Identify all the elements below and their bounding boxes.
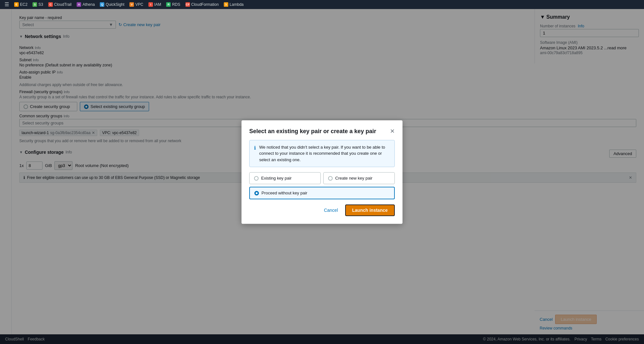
cloudformation-icon: CF: [185, 2, 190, 7]
create-keypair-option[interactable]: Create new key pair: [323, 172, 395, 184]
nav-item-s3[interactable]: S S3: [31, 2, 45, 7]
nav-label-ec2: EC2: [20, 2, 27, 7]
nav-item-iam[interactable]: I IAM: [147, 2, 163, 7]
rds-icon: R: [166, 2, 171, 7]
nav-label-cloudtrail: CloudTrail: [54, 2, 71, 7]
s3-icon: S: [33, 2, 37, 7]
modal-title: Select an existing key pair or create a …: [249, 128, 376, 135]
proceed-keypair-radio: [254, 191, 259, 195]
nav-label-cloudformation: CloudFormation: [191, 2, 219, 7]
create-keypair-radio: [328, 176, 333, 181]
create-keypair-option-label: Create new key pair: [335, 176, 373, 181]
nav-item-quicksight[interactable]: Q QuickSight: [98, 2, 126, 7]
proceed-keypair-label: Proceed without key pair: [261, 191, 307, 195]
existing-keypair-label: Existing key pair: [261, 176, 292, 181]
quicksight-icon: Q: [100, 2, 104, 7]
nav-item-rds[interactable]: R RDS: [164, 2, 182, 7]
nav-label-s3: S3: [38, 2, 43, 7]
lambda-icon: λ: [224, 2, 228, 7]
nav-item-cloudtrail[interactable]: C CloudTrail: [46, 2, 73, 7]
nav-label-vpc: VPC: [135, 2, 143, 7]
existing-keypair-radio: [254, 176, 259, 181]
nav-label-quicksight: QuickSight: [106, 2, 124, 7]
keypair-modal: Select an existing key pair or create a …: [242, 120, 402, 224]
vpc-icon: V: [129, 2, 134, 7]
nav-label-lambda: Lambda: [230, 2, 243, 7]
modal-notice-text: We noticed that you didn't select a key …: [259, 144, 390, 163]
iam-icon: I: [148, 2, 153, 7]
nav-label-iam: IAM: [154, 2, 161, 7]
nav-item-athena[interactable]: A Athena: [75, 2, 97, 7]
modal-header: Select an existing key pair or create a …: [249, 128, 395, 135]
modal-options-grid: Existing key pair Create new key pair: [249, 172, 395, 184]
top-navigation: ☰ E EC2 S S3 C CloudTrail A Athena Q Qui…: [0, 0, 644, 9]
existing-keypair-option[interactable]: Existing key pair: [249, 172, 321, 184]
cloudtrail-icon: C: [48, 2, 53, 7]
athena-icon: A: [77, 2, 81, 7]
nav-item-cloudformation[interactable]: CF CloudFormation: [184, 2, 221, 7]
modal-launch-button[interactable]: Launch instance: [345, 204, 395, 216]
nav-label-rds: RDS: [172, 2, 180, 7]
nav-item-ec2[interactable]: E EC2: [12, 2, 29, 7]
modal-close-button[interactable]: ✕: [390, 128, 395, 134]
nav-item-vpc[interactable]: V VPC: [128, 2, 145, 7]
ec2-icon: E: [14, 2, 19, 7]
sidebar-toggle[interactable]: ☰: [3, 1, 11, 8]
notice-info-icon: ℹ: [254, 144, 256, 152]
proceed-without-keypair-option[interactable]: Proceed without key pair: [249, 187, 395, 199]
modal-notice: ℹ We noticed that you didn't select a ke…: [249, 140, 395, 167]
modal-footer: Cancel Launch instance: [249, 204, 395, 216]
nav-label-athena: Athena: [82, 2, 95, 7]
nav-item-lambda[interactable]: λ Lambda: [222, 2, 245, 7]
modal-cancel-button[interactable]: Cancel: [320, 206, 342, 215]
